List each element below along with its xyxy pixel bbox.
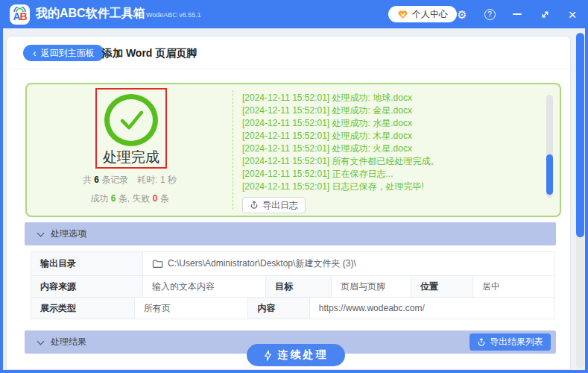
app-window: AB 我的ABC软件工具箱 WodeABC v6.55.1 个人中心 ⚙ ? × — [0, 0, 588, 373]
source-label: 内容来源 — [31, 276, 143, 297]
user-center-label: 个人中心 — [412, 8, 448, 21]
log-line: [2024-12-11 15:52:01] 处理成功: 火星.docx — [242, 142, 548, 155]
help-icon[interactable]: ? — [481, 6, 499, 22]
display-type-value: 所有页 — [135, 298, 249, 319]
table-row: 输出目录 C:\Users\Administrator\Desktop\新建文件… — [31, 252, 554, 276]
folder-icon — [152, 259, 163, 269]
export-log-button[interactable]: 导出日志 — [242, 197, 306, 213]
target-value: 页眉与页脚 — [332, 276, 411, 297]
maximize-button[interactable] — [536, 6, 554, 22]
back-to-main-button[interactable]: ‹ 返回到主面板 — [23, 45, 104, 61]
log-line: [2024-12-11 15:52:01] 处理成功: 地球.docx — [242, 92, 548, 104]
content-background: ‹ 返回到主面板 添加 Word 页眉页脚 处理完成 — [3, 28, 585, 370]
success-fail-line: 成功 6 条, 失败 0 条 — [27, 192, 233, 205]
log-line: [2024-12-11 15:52:01] 处理成功: 金星.docx — [242, 104, 548, 117]
main-panel: ‹ 返回到主面板 添加 Word 页眉页脚 处理完成 — [6, 36, 571, 370]
log-line: [2024-12-11 15:52:01] 处理成功: 水星.docx — [242, 117, 548, 130]
section-options-header[interactable]: 处理选项 — [25, 222, 556, 245]
status-text: 处理完成 — [103, 148, 159, 167]
app-version: WodeABC v6.55.1 — [146, 11, 201, 19]
export-icon — [250, 201, 259, 210]
log-output: [2024-12-11 15:52:01] 处理成功: 地球.docx [202… — [242, 92, 548, 193]
log-line: [2024-12-11 15:52:01] 所有文件都已经处理完成。 — [242, 155, 548, 168]
result-panel: 处理完成 共 6 条记录 耗时: 1 秒 成功 6 条, 失败 0 条 [202… — [25, 83, 561, 217]
source-value: 输入的文本内容 — [143, 276, 266, 297]
panel-divider — [233, 90, 233, 210]
minimize-button[interactable] — [508, 6, 526, 22]
window-scrollbar[interactable] — [576, 33, 584, 369]
options-table: 输出目录 C:\Users\Administrator\Desktop\新建文件… — [31, 251, 555, 319]
table-row: 内容来源 输入的文本内容 目标 页眉与页脚 位置 居中 — [31, 276, 554, 298]
lightning-icon — [264, 350, 272, 361]
results-section-title: 处理结果 — [51, 336, 86, 348]
page-subheader: ‹ 返回到主面板 添加 Word 页眉页脚 — [7, 37, 570, 69]
log-scrollbar[interactable] — [546, 95, 553, 198]
display-type-label: 展示类型 — [31, 298, 135, 319]
continue-processing-button[interactable]: 连续处理 — [247, 344, 345, 366]
close-button[interactable]: × — [563, 6, 581, 22]
vip-badge-icon — [397, 10, 408, 19]
title-bar: AB 我的ABC软件工具箱 WodeABC v6.55.1 个人中心 ⚙ ? × — [0, 0, 588, 28]
result-summary: 处理完成 共 6 条记录 耗时: 1 秒 成功 6 条, 失败 0 条 — [27, 84, 233, 216]
content-label: 内容 — [248, 298, 309, 319]
chevron-down-icon — [37, 229, 45, 236]
app-logo-icon: AB — [10, 4, 30, 25]
output-dir-label: 输出目录 — [31, 252, 143, 275]
record-count-line: 共 6 条记录 耗时: 1 秒 — [27, 174, 233, 186]
app-title: 我的ABC软件工具箱 — [36, 6, 145, 22]
export-result-list-label: 导出结果列表 — [490, 336, 543, 348]
log-line: [2024-12-11 15:52:01] 正在保存日志... — [242, 168, 548, 181]
target-label: 目标 — [266, 276, 332, 297]
log-scrollbar-thumb[interactable] — [546, 154, 553, 195]
window-scrollbar-thumb[interactable] — [576, 33, 584, 237]
table-row: 展示类型 所有页 内容 https://www.wodeabc.com/ — [31, 298, 554, 319]
user-center-button[interactable]: 个人中心 — [388, 6, 457, 22]
annotation-red-box: 处理完成 — [95, 88, 167, 169]
position-label: 位置 — [411, 276, 473, 297]
chevron-left-icon: ‹ — [33, 48, 37, 58]
settings-gear-icon[interactable]: ⚙ — [453, 6, 471, 22]
export-icon — [477, 338, 486, 347]
success-check-icon — [104, 94, 158, 146]
content-value: https://www.wodeabc.com/ — [310, 298, 554, 319]
chevron-down-icon — [37, 337, 45, 345]
export-log-label: 导出日志 — [262, 199, 298, 212]
log-line: [2024-12-11 15:52:01] 处理成功: 木星.docx — [242, 130, 548, 142]
continue-processing-label: 连续处理 — [278, 348, 329, 362]
export-result-list-button[interactable]: 导出结果列表 — [470, 333, 551, 351]
position-value: 居中 — [473, 276, 554, 297]
output-dir-value: C:\Users\Administrator\Desktop\新建文件夹 (3)… — [143, 252, 554, 275]
options-section-title: 处理选项 — [51, 228, 86, 240]
logo-letters: AB — [13, 11, 26, 25]
log-line: [2024-12-11 15:52:01] 日志已保存，处理完毕! — [242, 181, 548, 193]
titlebar-controls: ⚙ ? × — [453, 6, 581, 22]
back-button-label: 返回到主面板 — [41, 47, 95, 60]
page-title: 添加 Word 页眉页脚 — [102, 47, 197, 60]
